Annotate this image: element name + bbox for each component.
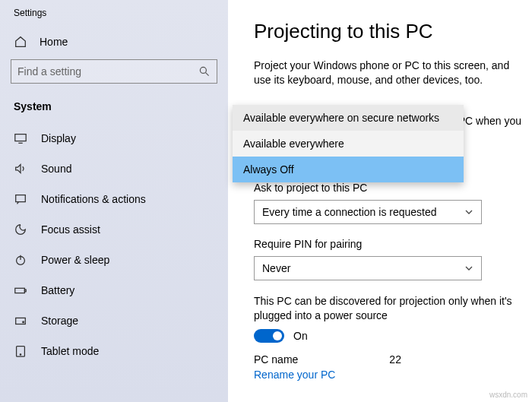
discover-text: This PC can be discovered for projection…	[254, 294, 518, 323]
focus-assist-icon	[14, 223, 27, 236]
svg-line-1	[206, 73, 209, 76]
svg-rect-4	[16, 195, 26, 202]
storage-icon	[14, 314, 27, 328]
battery-icon	[14, 283, 27, 297]
sidebar-item-tablet-mode[interactable]: Tablet mode	[0, 336, 228, 366]
require-pin-label: Require PIN for pairing	[254, 238, 518, 250]
sidebar-item-power-sleep[interactable]: Power & sleep	[0, 245, 228, 275]
ask-project-label: Ask to project to this PC	[254, 182, 518, 194]
sound-icon	[14, 162, 27, 176]
power-icon	[14, 253, 27, 267]
search-input-wrap[interactable]	[11, 59, 217, 84]
svg-rect-8	[24, 290, 26, 292]
svg-point-10	[23, 321, 24, 323]
chevron-down-icon	[464, 207, 473, 217]
sidebar-item-label: Tablet mode	[41, 345, 99, 357]
main-panel: Projecting to this PC Project your Windo…	[228, 0, 532, 402]
sidebar-item-label: Notifications & actions	[41, 193, 146, 205]
rename-pc-link[interactable]: Rename your PC	[254, 369, 518, 381]
watermark: wsxdn.com	[489, 391, 527, 399]
dropdown-option-secure[interactable]: Available everywhere on secure networks	[233, 105, 464, 131]
sidebar-item-label: Sound	[41, 163, 71, 175]
display-icon	[14, 131, 27, 145]
page-description: Project your Windows phone or PC to this…	[254, 59, 518, 87]
sidebar-item-focus-assist[interactable]: Focus assist	[0, 214, 228, 245]
discover-toggle[interactable]	[254, 329, 284, 343]
chevron-down-icon	[464, 264, 473, 273]
home-label: Home	[40, 36, 68, 48]
sidebar-item-label: Focus assist	[41, 223, 100, 236]
window-title: Settings	[0, 0, 228, 29]
sidebar-item-sound[interactable]: Sound	[0, 154, 228, 184]
sidebar-item-label: Battery	[41, 284, 74, 296]
pc-name-value: 22	[389, 353, 401, 366]
sidebar-item-battery[interactable]: Battery	[0, 275, 228, 305]
sidebar-item-notifications[interactable]: Notifications & actions	[0, 184, 228, 214]
availability-dropdown: Available everywhere on secure networks …	[233, 105, 464, 182]
discover-toggle-label: On	[293, 330, 308, 342]
search-icon	[198, 65, 211, 78]
svg-point-12	[20, 354, 21, 355]
sidebar-item-label: Storage	[41, 315, 78, 327]
pc-name-label: PC name	[254, 353, 298, 366]
svg-rect-2	[15, 135, 26, 141]
require-pin-value: Never	[262, 262, 290, 274]
dropdown-option-everywhere[interactable]: Available everywhere	[233, 131, 464, 157]
require-pin-select[interactable]: Never	[254, 256, 482, 280]
sidebar-item-label: Power & sleep	[41, 254, 109, 266]
svg-rect-9	[16, 318, 26, 324]
notifications-icon	[14, 192, 27, 206]
sidebar: Settings Home System Display	[0, 0, 228, 402]
svg-rect-7	[15, 288, 25, 293]
svg-point-0	[200, 67, 206, 73]
sidebar-item-label: Display	[41, 132, 76, 144]
dropdown-option-always-off[interactable]: Always Off	[233, 157, 464, 182]
home-nav[interactable]: Home	[0, 29, 228, 59]
search-input[interactable]	[17, 65, 198, 78]
page-title: Projecting to this PC	[254, 20, 518, 43]
ask-project-value: Every time a connection is requested	[262, 206, 437, 218]
home-icon	[14, 35, 27, 49]
ask-project-select[interactable]: Every time a connection is requested	[254, 200, 482, 224]
tablet-icon	[14, 344, 27, 358]
sidebar-item-storage[interactable]: Storage	[0, 305, 228, 336]
